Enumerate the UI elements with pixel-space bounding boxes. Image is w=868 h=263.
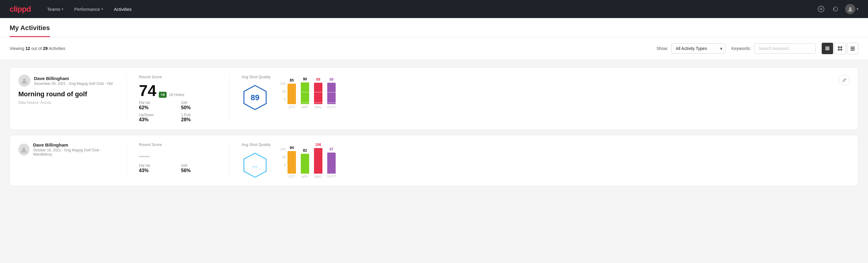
shot-quality-left: Avg Shot Quality … [242, 142, 271, 179]
viewing-count: 12 [26, 46, 30, 51]
chart-col-arg: 89 ARG [314, 77, 322, 109]
user-info: Dave Billingham December 05, 2021 - Gog … [34, 76, 113, 86]
svg-rect-6 [825, 49, 830, 50]
chart-col-putt: 89 PUTT [327, 77, 336, 109]
list-compact-view-button[interactable] [822, 43, 833, 54]
chart-value-arg: 106 [315, 143, 321, 147]
stat-fw-hit: FW Hit 62% [139, 101, 175, 111]
viewing-total: 29 [43, 46, 48, 51]
score-number: — [139, 150, 150, 161]
shot-quality-left: Avg Shot Quality 89 [242, 75, 271, 111]
shot-quality-label: Avg Shot Quality [242, 75, 271, 79]
chart-bar-app [301, 154, 309, 174]
activity-card: Dave Billingham October 16, 2021 - Gog M… [10, 135, 858, 186]
chart-value-putt: 89 [330, 77, 334, 82]
nav-item-performance[interactable]: Performance ▾ [70, 4, 107, 14]
chart-label-ott: OTT [288, 175, 295, 178]
small-stats: FW Hit 43% GIR 56% [139, 164, 217, 173]
chart-bar-putt [327, 83, 336, 104]
y-axis-0: 0 [284, 163, 286, 167]
activity-title: Morning round of golf [18, 90, 115, 98]
user-date: December 05, 2021 - Gog Magog Golf Club … [34, 82, 113, 86]
show-filter-group: Show: All Activity Types [657, 43, 725, 54]
card-left: Dave Billingham October 16, 2021 - Gog M… [18, 142, 115, 160]
divider [229, 142, 229, 179]
avatar [845, 4, 856, 14]
svg-rect-13 [850, 50, 855, 51]
stat-1putt: 1 Putt 28% [181, 113, 217, 122]
svg-rect-4 [825, 47, 830, 48]
svg-rect-11 [850, 47, 855, 48]
chart-col-app: 90 APP [301, 77, 309, 109]
refresh-icon[interactable] [831, 4, 840, 14]
svg-point-3 [849, 7, 851, 10]
chart-col-ott: 94 OTT [287, 146, 296, 178]
search-input[interactable] [754, 43, 816, 54]
add-icon[interactable] [816, 4, 826, 14]
activity-card: Dave Billingham December 05, 2021 - Gog … [10, 67, 858, 130]
stat-fw-hit: FW Hit 43% [139, 164, 175, 173]
shot-quality-hexagon: 89 [242, 84, 269, 111]
nav-right: ▾ [816, 4, 858, 14]
stat-gir: GIR 56% [181, 164, 217, 173]
grid-view-button[interactable] [834, 43, 846, 54]
page-title: My Activities [10, 18, 50, 37]
nav-item-activities[interactable]: Activities [110, 4, 136, 14]
keywords-group: Keywords: [732, 43, 816, 54]
chart-value-arg: 89 [316, 77, 320, 82]
user-info: Dave Billingham October 16, 2021 - Gog M… [33, 142, 115, 156]
chart-label-app: APP [302, 105, 308, 109]
svg-rect-7 [838, 46, 840, 48]
chart-label-putt: PUTT [327, 175, 336, 178]
chart-bar-putt [327, 152, 336, 174]
user-row: Dave Billingham December 05, 2021 - Gog … [18, 75, 115, 87]
chart-label-arg: ARG [315, 175, 322, 178]
chevron-down-icon: ▾ [101, 7, 103, 11]
chart-label-app: APP [302, 175, 308, 178]
edit-button[interactable] [839, 75, 850, 85]
svg-rect-10 [840, 49, 842, 51]
show-label: Show: [657, 46, 668, 51]
avatar-button[interactable]: ▾ [845, 4, 858, 14]
activities-list: Dave Billingham December 05, 2021 - Gog … [0, 60, 868, 194]
page-header: My Activities [0, 18, 868, 37]
nav-item-teams[interactable]: Teams ▾ [43, 4, 68, 14]
round-score-section: Round Score — FW Hit 43% GIR 56% [139, 142, 217, 173]
chart-label-ott: OTT [288, 105, 295, 109]
logo[interactable]: clippd [10, 4, 31, 14]
divider [127, 142, 127, 179]
shot-quality-label: Avg Shot Quality [242, 142, 271, 147]
divider [127, 75, 127, 122]
round-score-row: 74 +4 18 Holes [139, 83, 217, 98]
nav-links: Teams ▾ Performance ▾ Activities [43, 4, 816, 14]
shot-quality-score: … [252, 162, 258, 169]
list-full-view-button[interactable] [847, 43, 858, 54]
chart-col-arg: 106 ARG [314, 143, 322, 178]
divider [229, 75, 229, 122]
y-axis-100: 100 [280, 147, 286, 151]
chart-value-app: 82 [303, 148, 307, 152]
chart-col-ott: 85 OTT [287, 78, 296, 109]
svg-rect-9 [838, 49, 840, 51]
avatar [18, 144, 29, 155]
shot-quality-chart: 100 50 0 85 OTT [280, 77, 336, 109]
stat-updown: Up/Down 43% [139, 113, 175, 122]
shot-quality-section: Avg Shot Quality … 100 50 0 [242, 142, 850, 179]
activity-type-select[interactable]: All Activity Types [671, 43, 725, 54]
chart-label-arg: ARG [315, 105, 322, 109]
svg-rect-12 [850, 48, 855, 49]
chart-value-app: 90 [303, 77, 307, 81]
svg-line-16 [844, 79, 845, 80]
activity-type-select-wrapper: All Activity Types [671, 43, 725, 54]
chart-col-putt: 87 PUTT [327, 147, 336, 178]
chart-bar-ott [287, 151, 296, 174]
shot-quality-chart: 100 50 0 94 OTT 82 APP [280, 143, 336, 178]
chart-value-putt: 87 [330, 147, 334, 151]
svg-rect-8 [840, 46, 842, 48]
shot-quality-hexagon: … [242, 152, 269, 179]
filter-bar: Viewing 12 out of 29 Activities Show: Al… [0, 37, 868, 60]
chart-col-app: 82 APP [301, 148, 309, 178]
round-score-section: Round Score 74 +4 18 Holes FW Hit 62% GI… [139, 75, 217, 122]
stat-gir: GIR 50% [181, 101, 217, 111]
chart-bar-ott [287, 84, 296, 104]
